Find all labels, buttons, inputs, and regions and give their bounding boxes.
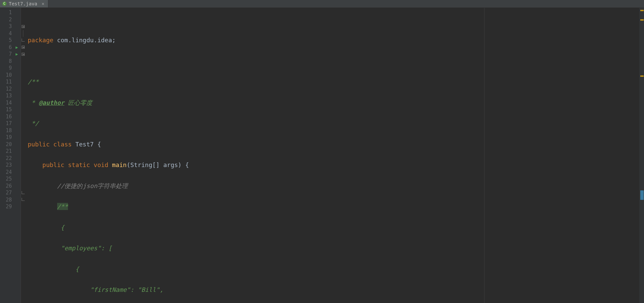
code-line: public static void main(String[] args) { [28,162,639,169]
tab-bar: C Test7.java × [0,0,644,8]
code-line: package com.lingdu.idea; [28,37,639,44]
code-line: public class Test7 { [28,141,639,148]
fold-toggle-icon[interactable] [22,46,25,49]
run-gutter-icon[interactable]: ▶ [16,44,18,51]
code-line: /** [28,203,639,210]
warning-marker[interactable] [640,19,644,21]
gutter[interactable]: 1 2 3 4 5 6 7 8 9 10 11 12 13 14 15 16 1… [0,8,21,303]
line-number: 29 [0,203,21,210]
fold-end-icon [22,39,25,42]
line-number: 28 [0,196,21,204]
editor: 1 2 3 4 5 6 7 8 9 10 11 12 13 14 15 16 1… [0,8,644,303]
close-icon[interactable]: × [41,0,45,7]
code-line: "employees": [ [28,245,639,252]
fold-toggle-icon[interactable] [22,25,25,28]
run-gutter-icon[interactable]: ▶ [16,51,18,58]
warning-marker[interactable] [640,75,644,77]
warning-marker[interactable] [640,10,644,11]
code-line: /** [28,78,639,86]
code-line: "firstName": "Bill", [28,286,639,294]
fold-end-icon [22,191,25,194]
java-class-icon: C [2,1,7,6]
right-margin-line [484,8,484,303]
code-line: * @author 匠心零度 [28,99,639,107]
folding-column[interactable] [21,9,25,203]
svg-text:C: C [3,2,5,5]
line-number: 26 [0,183,21,190]
gutter-icons: ▶ ▶ [13,9,21,183]
caret-marker[interactable] [640,190,644,200]
tab-filename: Test7.java [9,0,37,7]
fold-end-icon [22,198,25,201]
tab-test7[interactable]: C Test7.java × [0,0,48,7]
code-line: */ [28,120,639,127]
error-stripe[interactable] [639,8,644,303]
code-line: { [28,266,639,273]
fold-toggle-icon[interactable] [22,53,25,56]
code-area[interactable]: package com.lingdu.idea; /** * @author 匠… [21,8,639,303]
code-line: { [28,224,639,231]
code-line: //便捷的json字符串处理 [28,183,639,190]
code-line [28,58,639,65]
line-number: 27 [0,189,21,196]
